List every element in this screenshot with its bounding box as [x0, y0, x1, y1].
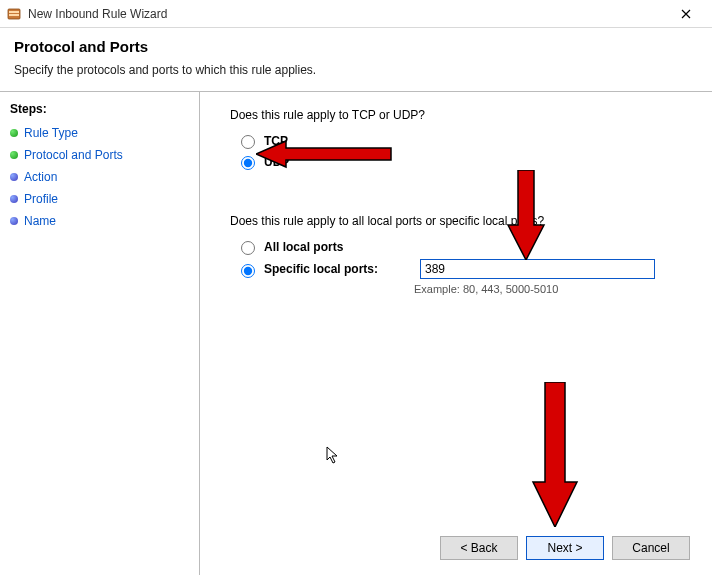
steps-heading: Steps:	[10, 102, 189, 116]
back-button[interactable]: < Back	[440, 536, 518, 560]
step-bullet-icon	[10, 129, 18, 137]
step-bullet-icon	[10, 217, 18, 225]
wizard-body: Steps: Rule Type Protocol and Ports Acti…	[0, 91, 712, 575]
tcp-label: TCP	[264, 134, 288, 148]
cancel-button[interactable]: Cancel	[612, 536, 690, 560]
svg-marker-5	[533, 382, 577, 527]
step-bullet-icon	[10, 151, 18, 159]
step-label: Action	[24, 170, 57, 184]
close-icon	[681, 9, 691, 19]
tcp-radio[interactable]	[241, 135, 255, 149]
svg-rect-2	[9, 14, 19, 16]
step-bullet-icon	[10, 195, 18, 203]
close-button[interactable]	[666, 0, 706, 28]
page-title: Protocol and Ports	[14, 38, 698, 55]
step-label: Name	[24, 214, 56, 228]
page-subtitle: Specify the protocols and ports to which…	[14, 63, 698, 77]
all-ports-radio[interactable]	[241, 241, 255, 255]
step-label: Rule Type	[24, 126, 78, 140]
annotation-arrow-down-next-icon	[530, 382, 580, 527]
all-ports-option[interactable]: All local ports	[236, 238, 682, 255]
step-profile[interactable]: Profile	[10, 188, 189, 210]
step-name[interactable]: Name	[10, 210, 189, 232]
udp-option[interactable]: UDP	[236, 153, 682, 170]
wizard-main: Does this rule apply to TCP or UDP? TCP …	[200, 92, 712, 575]
ports-question: Does this rule apply to all local ports …	[230, 214, 682, 228]
wizard-buttons: < Back Next > Cancel	[440, 536, 690, 560]
app-icon	[6, 6, 22, 22]
step-bullet-icon	[10, 173, 18, 181]
step-action[interactable]: Action	[10, 166, 189, 188]
protocol-question: Does this rule apply to TCP or UDP?	[230, 108, 682, 122]
ports-example: Example: 80, 443, 5000-5010	[414, 283, 682, 295]
step-label: Protocol and Ports	[24, 148, 123, 162]
all-ports-label: All local ports	[264, 240, 343, 254]
wizard-header: Protocol and Ports Specify the protocols…	[0, 28, 712, 91]
steps-sidebar: Steps: Rule Type Protocol and Ports Acti…	[0, 92, 200, 575]
window-title: New Inbound Rule Wizard	[28, 7, 666, 21]
tcp-option[interactable]: TCP	[236, 132, 682, 149]
step-rule-type[interactable]: Rule Type	[10, 122, 189, 144]
step-protocol-ports[interactable]: Protocol and Ports	[10, 144, 189, 166]
step-label: Profile	[24, 192, 58, 206]
udp-radio[interactable]	[241, 156, 255, 170]
udp-label: UDP	[264, 155, 289, 169]
specific-ports-option[interactable]: Specific local ports:	[236, 259, 682, 279]
ports-input[interactable]	[420, 259, 655, 279]
svg-rect-1	[9, 11, 19, 13]
specific-ports-radio[interactable]	[241, 264, 255, 278]
specific-ports-label: Specific local ports:	[264, 262, 414, 276]
next-button[interactable]: Next >	[526, 536, 604, 560]
titlebar: New Inbound Rule Wizard	[0, 0, 712, 28]
